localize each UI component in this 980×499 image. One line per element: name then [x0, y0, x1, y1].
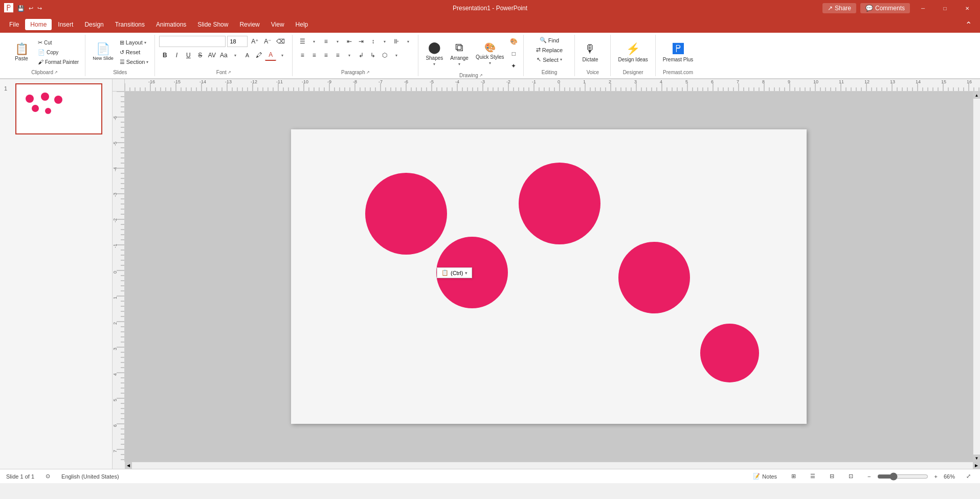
- find-button[interactable]: 🔍 Find: [538, 36, 561, 44]
- underline-button[interactable]: U: [183, 50, 194, 61]
- reset-button[interactable]: ↺ Reset: [118, 48, 151, 57]
- font-expand-icon[interactable]: ↗: [228, 70, 231, 75]
- scroll-up-button[interactable]: ▲: [973, 92, 981, 99]
- font-family-input[interactable]: [159, 36, 226, 47]
- drawing-expand-icon[interactable]: ↗: [479, 73, 483, 78]
- paste-button[interactable]: 📋 Paste: [8, 38, 35, 66]
- strikethrough-button[interactable]: S: [194, 50, 206, 61]
- slide-thumbnail-1[interactable]: [15, 83, 102, 134]
- zoom-slider[interactable]: [877, 472, 928, 481]
- line-spacing-button[interactable]: ↕: [367, 36, 378, 47]
- minimize-button[interactable]: ─: [914, 0, 932, 16]
- shapes-button[interactable]: ⬤ Shapes ▾: [422, 39, 446, 68]
- slide-canvas-container[interactable]: 📋 (Ctrl) ▾: [125, 92, 973, 462]
- fit-slide-button[interactable]: ⤢: [963, 472, 974, 481]
- shape-outline-button[interactable]: □: [508, 48, 519, 59]
- view-reading-button[interactable]: ⊡: [845, 472, 856, 481]
- copy-button[interactable]: 📄 Copy: [36, 48, 81, 57]
- highlight-color-button[interactable]: 🖍: [253, 50, 264, 61]
- justify-button[interactable]: ≡: [332, 50, 343, 61]
- menu-transitions[interactable]: Transitions: [110, 19, 150, 30]
- align-left-button[interactable]: ≡: [297, 50, 308, 61]
- layout-button[interactable]: ⊞ Layout ▾: [118, 38, 151, 47]
- quick-access-undo[interactable]: ↩: [29, 5, 33, 12]
- paste-tooltip[interactable]: 📋 (Ctrl) ▾: [437, 267, 472, 278]
- menu-view[interactable]: View: [266, 19, 289, 30]
- quick-access-redo[interactable]: ↪: [37, 5, 42, 12]
- slide-circle-5[interactable]: [700, 324, 759, 382]
- accessibility-button[interactable]: ⊙: [42, 472, 53, 481]
- view-slide-sorter-button[interactable]: ⊟: [827, 472, 837, 481]
- increase-font-size-button[interactable]: A⁺: [249, 36, 260, 47]
- font-size-input[interactable]: [227, 36, 248, 47]
- bold-button[interactable]: B: [159, 50, 170, 61]
- replace-button[interactable]: ⇄ Replace: [534, 46, 565, 54]
- shape-effects-button[interactable]: ✦: [508, 60, 519, 72]
- zoom-out-button[interactable]: −: [864, 472, 874, 481]
- slide-circle-1[interactable]: [365, 173, 447, 255]
- menu-file[interactable]: File: [4, 19, 24, 30]
- bullets-dropdown[interactable]: ▾: [308, 36, 320, 47]
- zoom-in-button[interactable]: +: [931, 472, 941, 481]
- slide-circle-3[interactable]: [618, 242, 690, 313]
- decrease-font-size-button[interactable]: A⁻: [262, 36, 273, 47]
- smart-art-button[interactable]: ⬡: [379, 50, 390, 61]
- change-case-dropdown[interactable]: ▾: [230, 50, 241, 61]
- ltr-button[interactable]: ↳: [367, 50, 378, 61]
- section-button[interactable]: ☰ Section ▾: [118, 58, 151, 66]
- change-case-button[interactable]: Aa: [218, 50, 229, 61]
- quick-access-save[interactable]: 💾: [17, 5, 25, 12]
- maximize-button[interactable]: □: [936, 0, 954, 16]
- bullets-button[interactable]: ☰: [297, 36, 308, 47]
- premast-plus-button[interactable]: 🅿 Premast Plus: [660, 38, 696, 66]
- text-shadow-button[interactable]: A: [241, 50, 253, 61]
- menu-review[interactable]: Review: [234, 19, 264, 30]
- vertical-scrollbar[interactable]: ▲ ▼: [973, 92, 980, 462]
- menu-design[interactable]: Design: [79, 19, 108, 30]
- character-spacing-button[interactable]: AV: [206, 50, 217, 61]
- arrange-button[interactable]: ⧉ Arrange ▾: [447, 39, 472, 68]
- align-center-button[interactable]: ≡: [308, 50, 320, 61]
- smart-art-dropdown[interactable]: ▾: [391, 50, 402, 61]
- shape-fill-button[interactable]: 🎨: [508, 36, 519, 47]
- cut-button[interactable]: ✂ Cut: [36, 38, 81, 47]
- quick-styles-button[interactable]: 🎨 Quick Styles ▾: [473, 39, 507, 68]
- numbering-button[interactable]: ≡: [320, 36, 331, 47]
- menu-animations[interactable]: Animations: [151, 19, 191, 30]
- italic-button[interactable]: I: [171, 50, 182, 61]
- view-outline-button[interactable]: ☰: [807, 472, 818, 481]
- slide-circle-2[interactable]: [519, 163, 600, 244]
- menu-home[interactable]: Home: [25, 19, 52, 30]
- slide-canvas[interactable]: 📋 (Ctrl) ▾: [291, 129, 807, 424]
- clipboard-expand-icon[interactable]: ↗: [54, 70, 58, 75]
- select-button[interactable]: ↖ Select ▾: [534, 55, 564, 64]
- rtl-button[interactable]: ↲: [355, 50, 367, 61]
- line-spacing-dropdown[interactable]: ▾: [379, 36, 390, 47]
- menu-help[interactable]: Help: [291, 19, 314, 30]
- columns-dropdown[interactable]: ▾: [403, 36, 414, 47]
- format-painter-button[interactable]: 🖌 Format Painter: [36, 58, 81, 66]
- columns-button[interactable]: ⊪: [391, 36, 402, 47]
- font-color-dropdown[interactable]: ▾: [277, 50, 288, 61]
- font-color-button[interactable]: A: [265, 50, 276, 61]
- paragraph-expand-icon[interactable]: ↗: [366, 70, 370, 75]
- notes-button[interactable]: 📝 Notes: [750, 472, 780, 481]
- collapse-ribbon-button[interactable]: ⌃: [961, 18, 976, 32]
- scroll-left-button[interactable]: ◀: [125, 462, 132, 469]
- align-dropdown[interactable]: ▾: [344, 50, 355, 61]
- share-button[interactable]: ↗ Share: [822, 3, 856, 13]
- scroll-right-button[interactable]: ▶: [973, 462, 980, 469]
- align-right-button[interactable]: ≡: [320, 50, 331, 61]
- decrease-indent-button[interactable]: ⇤: [344, 36, 355, 47]
- numbering-dropdown[interactable]: ▾: [332, 36, 343, 47]
- view-normal-button[interactable]: ⊞: [788, 472, 799, 481]
- new-slide-button[interactable]: 📄 New Slide: [90, 38, 117, 66]
- clear-formatting-button[interactable]: ⌫: [275, 36, 286, 47]
- design-ideas-button[interactable]: ⚡ Design Ideas: [615, 38, 651, 66]
- scroll-down-button[interactable]: ▼: [973, 455, 981, 462]
- comments-button[interactable]: 💬 Comments: [860, 3, 910, 13]
- menu-insert[interactable]: Insert: [53, 19, 78, 30]
- close-button[interactable]: ✕: [958, 0, 976, 16]
- increase-indent-button[interactable]: ⇥: [355, 36, 367, 47]
- menu-slideshow[interactable]: Slide Show: [192, 19, 233, 30]
